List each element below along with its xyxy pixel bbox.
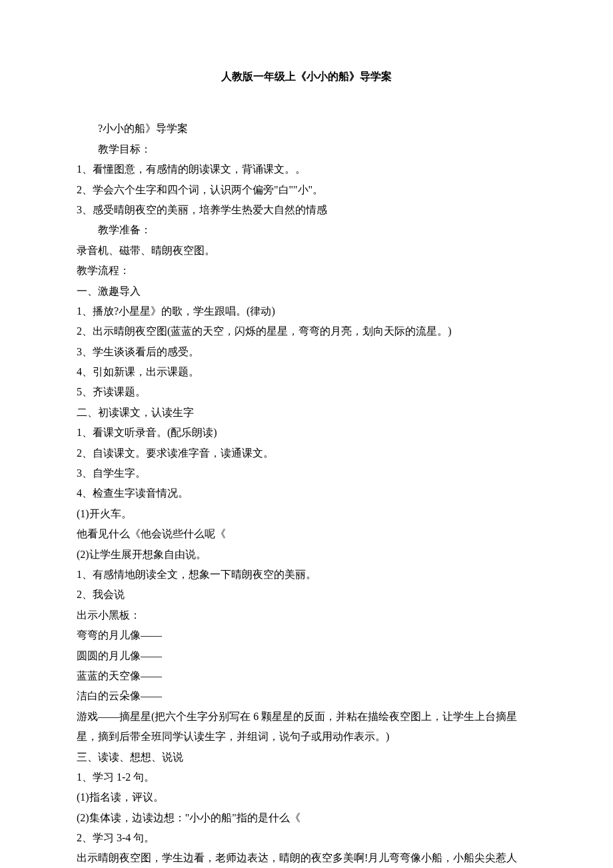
text-line: 5、齐读课题。: [77, 382, 536, 402]
text-line: (2)集体读，边读边想："小小的船"指的是什么《: [77, 808, 536, 828]
text-line: 2、出示晴朗夜空图(蓝蓝的天空，闪烁的星星，弯弯的月亮，划向天际的流星。): [77, 321, 536, 341]
text-line: 1、有感情地朗读全文，想象一下晴朗夜空的美丽。: [77, 565, 536, 585]
text-line: 3、学生谈谈看后的感受。: [77, 342, 536, 362]
text-line: 2、我会说: [77, 585, 536, 605]
document-title: 人教版一年级上《小小的船》导学案: [77, 67, 536, 87]
text-line: 2、自读课文。要求读准字音，读通课文。: [77, 443, 536, 463]
text-line: 游戏——摘星星(把六个生字分别写在 6 颗星星的反面，并粘在描绘夜空图上，让学生…: [77, 707, 536, 747]
document-body: ?小小的船》导学案教学目标：1、看懂图意，有感情的朗读课文，背诵课文。。2、学会…: [77, 119, 536, 868]
text-line: 1、播放?小星星》的歌，学生跟唱。(律动): [77, 301, 536, 321]
text-line: 他看见什么《他会说些什么呢《: [77, 524, 536, 544]
text-line: 蓝蓝的天空像——: [77, 666, 536, 686]
text-line: 洁白的云朵像——: [77, 686, 536, 706]
text-line: 出示晴朗夜空图，学生边看，老师边表达，晴朗的夜空多美啊!月儿弯弯像小船，小船尖尖…: [77, 848, 536, 868]
text-line: 弯弯的月儿像——: [77, 625, 536, 645]
text-line: 3、感受晴朗夜空的美丽，培养学生热爱大自然的情感: [77, 200, 536, 220]
text-line: 2、学习 3-4 句。: [77, 828, 536, 848]
text-line: 录音机、磁带、晴朗夜空图。: [77, 241, 536, 261]
text-line: 出示小黑板：: [77, 605, 536, 625]
text-line: (1)指名读，评议。: [77, 787, 536, 807]
text-line: 教学准备：: [77, 220, 536, 240]
text-line: (2)让学生展开想象自由说。: [77, 545, 536, 565]
text-line: 4、引如新课，出示课题。: [77, 362, 536, 382]
text-line: 3、自学生字。: [77, 463, 536, 483]
text-line: 1、看课文听录音。(配乐朗读): [77, 423, 536, 443]
text-line: 2、学会六个生字和四个词，认识两个偏旁"白""小"。: [77, 180, 536, 200]
text-line: 4、检查生字读音情况。: [77, 483, 536, 503]
text-line: 1、看懂图意，有感情的朗读课文，背诵课文。。: [77, 159, 536, 179]
text-line: 教学目标：: [77, 139, 536, 159]
text-line: 三、读读、想想、说说: [77, 747, 536, 767]
text-line: 圆圆的月儿像——: [77, 646, 536, 666]
text-line: 一、激趣导入: [77, 281, 536, 301]
text-line: 1、学习 1-2 句。: [77, 767, 536, 787]
text-line: (1)开火车。: [77, 504, 536, 524]
text-line: 教学流程：: [77, 261, 536, 281]
text-line: 二、初读课文，认读生字: [77, 403, 536, 423]
text-line: ?小小的船》导学案: [77, 119, 536, 139]
